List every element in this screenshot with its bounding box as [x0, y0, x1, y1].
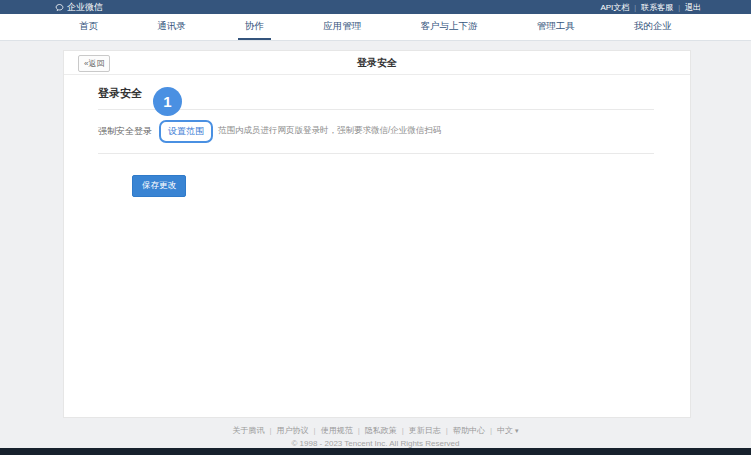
brand-label: 企业微信	[67, 0, 103, 14]
footer-links: 关于腾讯 | 用户协议 | 使用规范 | 隐私政策 | 更新日志 | 帮助中心 …	[0, 425, 751, 436]
separator: |	[402, 426, 404, 435]
nav-item-home[interactable]: 首页	[72, 14, 105, 40]
footer-link-user-agreement[interactable]: 用户协议	[277, 425, 309, 436]
footer-link-usage-rules[interactable]: 使用规范	[321, 425, 353, 436]
topbar-link-api-docs[interactable]: API文档	[600, 2, 629, 13]
separator: |	[270, 426, 272, 435]
main-nav: 首页 通讯录 协作 应用管理 客户与上下游 管理工具 我的企业	[0, 14, 751, 41]
separator: |	[678, 4, 680, 11]
save-button[interactable]: 保存更改	[132, 175, 186, 197]
language-label: 中文	[497, 425, 513, 436]
set-scope-link[interactable]: 设置范围	[159, 120, 213, 143]
footer-link-about-tencent[interactable]: 关于腾讯	[233, 425, 265, 436]
separator: |	[490, 426, 492, 435]
topbar: 企业微信 API文档 | 联系客服 | 退出	[0, 0, 751, 14]
divider	[98, 153, 654, 154]
separator: |	[358, 426, 360, 435]
topbar-link-contact-support[interactable]: 联系客服	[641, 2, 673, 13]
nav-item-collaboration[interactable]: 协作	[238, 14, 271, 40]
language-selector[interactable]: 中文 ▾	[497, 425, 519, 436]
footer-link-privacy-policy[interactable]: 隐私政策	[365, 425, 397, 436]
separator: |	[446, 426, 448, 435]
nav-item-contacts[interactable]: 通讯录	[150, 14, 193, 40]
divider	[98, 109, 654, 110]
setting-row-force-secure-login: 强制安全登录 设置范围 范围内成员进行网页版登录时，强制要求微信/企业微信扫码	[98, 118, 654, 144]
footer-link-help-center[interactable]: 帮助中心	[453, 425, 485, 436]
separator: |	[314, 426, 316, 435]
setting-label: 强制安全登录	[98, 125, 152, 138]
topbar-links: API文档 | 联系客服 | 退出	[600, 2, 701, 13]
wecom-admin-page: 企业微信 API文档 | 联系客服 | 退出 首页 通讯录 协作 应用管理 客户…	[0, 0, 751, 455]
nav-item-admin-tools[interactable]: 管理工具	[530, 14, 582, 40]
setting-description: 范围内成员进行网页版登录时，强制要求微信/企业微信扫码	[218, 125, 441, 137]
nav-item-customers-upstream-downstream[interactable]: 客户与上下游	[414, 14, 485, 40]
separator: |	[634, 4, 636, 11]
wecom-logo-icon	[55, 3, 64, 12]
annotation-badge-1: 1	[153, 87, 182, 116]
page-footer: 关于腾讯 | 用户协议 | 使用规范 | 隐私政策 | 更新日志 | 帮助中心 …	[0, 425, 751, 448]
panel-title: 登录安全	[64, 51, 690, 74]
copyright-text: © 1998 - 2023 Tencent Inc. All Rights Re…	[0, 439, 751, 448]
caret-down-icon: ▾	[515, 427, 519, 435]
bottom-edge-bar	[0, 448, 751, 455]
footer-link-changelog[interactable]: 更新日志	[409, 425, 441, 436]
nav-item-my-enterprise[interactable]: 我的企业	[627, 14, 679, 40]
wecom-brand[interactable]: 企业微信	[55, 0, 103, 14]
topbar-link-logout[interactable]: 退出	[685, 2, 701, 13]
nav-item-app-management[interactable]: 应用管理	[316, 14, 368, 40]
panel-header: «返回 登录安全	[64, 51, 690, 75]
